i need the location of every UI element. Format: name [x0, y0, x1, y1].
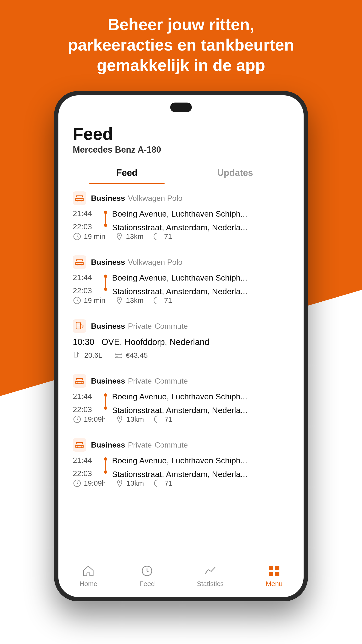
- route-line: [104, 210, 107, 227]
- app-header: Feed Mercedes Benz A-180 Feed Updates: [58, 119, 304, 184]
- end-address: Stationsstraat, Amsterdam, Nederla...: [112, 470, 289, 479]
- duration-stat: 19:09h: [73, 415, 106, 424]
- tag-business: Business: [91, 376, 125, 386]
- nav-label-home: Home: [79, 580, 97, 588]
- trip-route: 21:44 22:03 Boeing Avenue, Luchthaven Sc…: [73, 209, 289, 232]
- distance-value: 13km: [126, 296, 143, 304]
- score-stat: 71: [153, 479, 172, 488]
- menu-icon: [267, 564, 281, 578]
- nav-item-home[interactable]: Home: [79, 564, 97, 588]
- distance-stat: 13km: [115, 232, 143, 241]
- trip-stats: 19 min 13km: [73, 296, 289, 305]
- tag-private: Private: [128, 376, 152, 386]
- svg-rect-13: [115, 353, 122, 358]
- clock-icon: [73, 479, 81, 488]
- svg-point-1: [77, 200, 78, 202]
- item-tags: Business Volkwagen Polo: [91, 194, 182, 203]
- start-address: Boeing Avenue, Luchthaven Schiph...: [112, 456, 289, 465]
- end-time: 22:03: [73, 405, 99, 414]
- car-icon: [73, 192, 86, 205]
- payment-icon: [114, 351, 123, 360]
- bottom-nav: Home Feed Statistics: [58, 554, 304, 597]
- phone-frame: Feed Mercedes Benz A-180 Feed Updates: [54, 91, 308, 601]
- end-address: Stationsstraat, Amsterdam, Nederla...: [112, 406, 289, 415]
- duration-value: 19:09h: [84, 415, 106, 423]
- start-time: 21:44: [73, 456, 99, 465]
- score-icon: [153, 296, 162, 305]
- score-icon: [153, 415, 162, 424]
- trip-stats: 19:09h 13km: [73, 479, 289, 488]
- nav-item-feed[interactable]: Feed: [139, 564, 155, 588]
- fuel-stats: 20.6L €43.45: [73, 351, 289, 360]
- trip-route: 21:44 22:03 Boeing Avenue, Luchthaven Sc…: [73, 392, 289, 415]
- start-time: 21:44: [73, 273, 99, 282]
- distance-value: 13km: [126, 479, 144, 487]
- distance-stat: 13km: [115, 415, 144, 424]
- score-value: 71: [164, 479, 172, 487]
- tag-private: Private: [128, 322, 152, 330]
- list-item[interactable]: Business Private Commute 21:44 22:03: [58, 431, 304, 495]
- trip-stats: 19 min 13km: [73, 232, 289, 241]
- score-stat: 71: [153, 415, 172, 424]
- svg-point-6: [77, 264, 78, 266]
- start-time: 21:44: [73, 209, 99, 218]
- score-icon: [153, 479, 162, 488]
- tab-feed[interactable]: Feed: [73, 162, 181, 184]
- clock-icon: [73, 296, 81, 305]
- svg-point-24: [119, 481, 120, 483]
- svg-point-22: [81, 446, 83, 448]
- svg-point-16: [77, 382, 78, 384]
- end-address: Stationsstraat, Amsterdam, Nederla...: [112, 287, 289, 296]
- list-item[interactable]: Business Private Commute 21:44 22:03: [58, 367, 304, 431]
- score-value: 71: [164, 415, 172, 423]
- tag-commute: Commute: [155, 376, 188, 386]
- svg-rect-5: [73, 256, 86, 269]
- duration-stat: 19 min: [73, 296, 105, 305]
- tag-business: Business: [91, 258, 125, 267]
- statistics-icon: [203, 564, 217, 578]
- trip-times: 21:44 22:03: [73, 273, 99, 295]
- trip-addresses: Boeing Avenue, Luchthaven Schiph... Stat…: [112, 209, 289, 232]
- distance-value: 13km: [126, 415, 144, 423]
- tag-business: Business: [91, 194, 125, 203]
- list-item[interactable]: Business Private Commute 10:30 OVE, Hoof…: [58, 312, 304, 367]
- feed-nav-icon: [140, 564, 154, 578]
- camera-notch: [170, 102, 192, 112]
- svg-point-9: [118, 298, 120, 300]
- distance-value: 13km: [126, 232, 143, 240]
- score-icon: [153, 232, 162, 241]
- nav-item-menu[interactable]: Menu: [266, 564, 283, 588]
- trip-route: 21:44 22:03 Boeing Avenue, Luchthaven Sc…: [73, 273, 289, 296]
- page-header-text: Beheer jouw ritten, parkeeracties en tan…: [0, 14, 362, 76]
- location-icon: [115, 415, 124, 424]
- score-value: 71: [164, 296, 172, 304]
- app-content: Feed Mercedes Benz A-180 Feed Updates: [58, 119, 304, 597]
- svg-point-4: [118, 234, 120, 236]
- list-item[interactable]: Business Volkwagen Polo 21:44 22:03: [58, 184, 304, 248]
- trip-addresses: Boeing Avenue, Luchthaven Schiph... Stat…: [112, 456, 289, 479]
- trip-route: 21:44 22:03 Boeing Avenue, Luchthaven Sc…: [73, 456, 289, 479]
- feed-list: Business Volkwagen Polo 21:44 22:03: [58, 184, 304, 554]
- start-address: Boeing Avenue, Luchthaven Schiph...: [112, 273, 289, 282]
- svg-rect-20: [73, 438, 86, 452]
- item-header: Business Private Commute: [73, 319, 289, 333]
- list-item[interactable]: Business Volkwagen Polo 21:44 22:03: [58, 248, 304, 312]
- end-address: Stationsstraat, Amsterdam, Nederla...: [112, 223, 289, 232]
- trip-stats: 19:09h 13km: [73, 415, 289, 424]
- liters-stat: 20.6L: [73, 351, 102, 360]
- liters-value: 20.6L: [84, 351, 102, 360]
- nav-label-feed: Feed: [139, 580, 155, 588]
- fuel-amount-icon: [73, 351, 81, 360]
- fuel-location: 10:30 OVE, Hoofddorp, Nederland: [73, 337, 289, 347]
- tab-updates[interactable]: Updates: [181, 162, 289, 184]
- route-line: [104, 274, 107, 291]
- svg-rect-26: [269, 566, 273, 570]
- start-address: Boeing Avenue, Luchthaven Schiph...: [112, 392, 289, 401]
- svg-rect-27: [275, 566, 279, 570]
- nav-item-statistics[interactable]: Statistics: [197, 564, 224, 588]
- score-stat: 71: [153, 232, 172, 241]
- svg-rect-28: [269, 572, 273, 576]
- item-tags: Business Volkwagen Polo: [91, 258, 182, 267]
- svg-rect-29: [275, 572, 279, 576]
- cost-stat: €43.45: [114, 351, 148, 360]
